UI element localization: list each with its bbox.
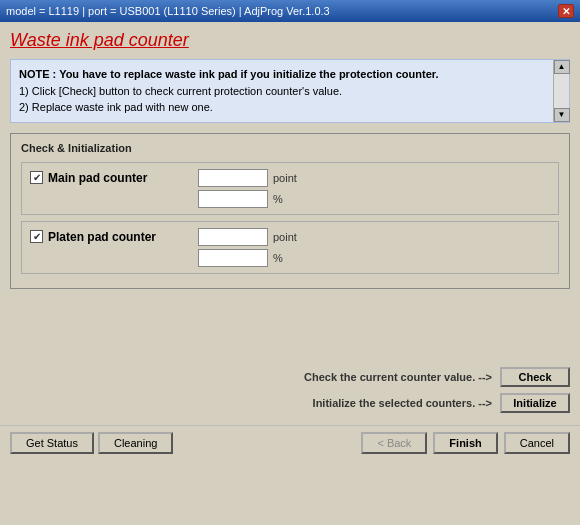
back-button[interactable]: < Back <box>361 432 427 454</box>
main-pad-percent-input[interactable] <box>198 190 268 208</box>
platen-pad-percent-row: % <box>198 249 297 267</box>
main-pad-checkbox[interactable]: ✔ <box>30 171 43 184</box>
platen-pad-percent-input[interactable] <box>198 249 268 267</box>
check-button[interactable]: Check <box>500 367 570 387</box>
note-box: NOTE : You have to replace waste ink pad… <box>10 59 570 123</box>
main-pad-counter-row: ✔ Main pad counter point % <box>21 162 559 215</box>
platen-pad-percent-unit: % <box>273 252 283 264</box>
main-pad-percent-row: % <box>198 190 297 208</box>
close-button[interactable]: ✕ <box>558 4 574 18</box>
bottom-left-buttons: Get Status Cleaning <box>10 432 173 454</box>
scrollbar-down-button[interactable]: ▼ <box>554 108 570 122</box>
main-pad-point-row: point <box>198 169 297 187</box>
main-pad-point-unit: point <box>273 172 297 184</box>
bottom-right-buttons: < Back Finish Cancel <box>361 432 570 454</box>
get-status-button[interactable]: Get Status <box>10 432 94 454</box>
cleaning-button[interactable]: Cleaning <box>98 432 173 454</box>
main-content: Waste ink pad counter NOTE : You have to… <box>0 22 580 307</box>
page-title: Waste ink pad counter <box>10 30 570 51</box>
title-bar-text: model = L1119 | port = USB001 (L1110 Ser… <box>6 5 330 17</box>
check-action-row: Check the current counter value. --> Che… <box>10 367 570 387</box>
main-pad-point-input[interactable] <box>198 169 268 187</box>
note-line-3: 2) Replace waste ink pad with new one. <box>19 99 549 116</box>
platen-pad-label: Platen pad counter <box>48 230 156 244</box>
main-pad-fields: point % <box>198 169 297 208</box>
spacer <box>0 307 580 367</box>
initialize-button[interactable]: Initialize <box>500 393 570 413</box>
platen-pad-point-unit: point <box>273 231 297 243</box>
note-line-2: 1) Click [Check] button to check current… <box>19 83 549 100</box>
note-line-1: NOTE : You have to replace waste ink pad… <box>19 66 549 83</box>
bottom-bar: Get Status Cleaning < Back Finish Cancel <box>0 425 580 460</box>
init-action-row: Initialize the selected counters. --> In… <box>10 393 570 413</box>
platen-pad-counter-row: ✔ Platen pad counter point % <box>21 221 559 274</box>
finish-button[interactable]: Finish <box>433 432 497 454</box>
scrollbar-up-button[interactable]: ▲ <box>554 60 570 74</box>
note-scrollbar[interactable]: ▲ ▼ <box>553 60 569 122</box>
check-initialization-group: Check & Initialization ✔ Main pad counte… <box>10 133 570 289</box>
platen-pad-point-input[interactable] <box>198 228 268 246</box>
action-area: Check the current counter value. --> Che… <box>0 367 580 413</box>
platen-pad-checkbox[interactable]: ✔ <box>30 230 43 243</box>
platen-pad-fields: point % <box>198 228 297 267</box>
group-box-title: Check & Initialization <box>21 142 559 154</box>
main-pad-percent-unit: % <box>273 193 283 205</box>
check-action-text: Check the current counter value. --> <box>304 371 492 383</box>
main-pad-label: Main pad counter <box>48 171 147 185</box>
platen-pad-point-row: point <box>198 228 297 246</box>
cancel-button[interactable]: Cancel <box>504 432 570 454</box>
title-bar-label: model = L1119 | port = USB001 (L1110 Ser… <box>6 5 330 17</box>
title-bar: model = L1119 | port = USB001 (L1110 Ser… <box>0 0 580 22</box>
init-action-text: Initialize the selected counters. --> <box>313 397 492 409</box>
